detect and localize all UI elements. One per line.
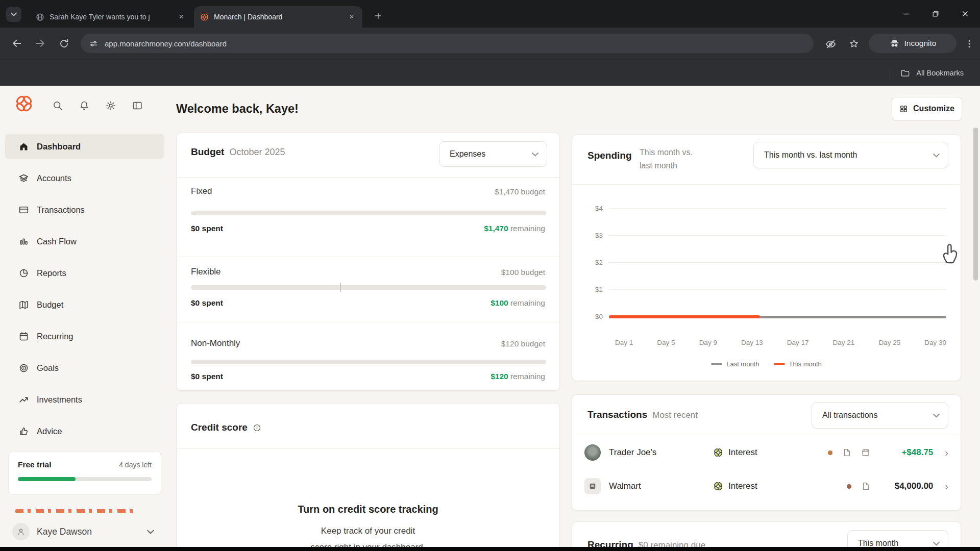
sidebar-item-accounts[interactable]: Accounts [5,165,164,191]
recurring-header: Recurring$0 remaining due [587,539,705,547]
customize-label: Customize [913,104,954,113]
sidebar-item-investments[interactable]: Investments [5,387,164,412]
avatar [12,523,30,540]
credit-cta-line2: score right in your dashboard. [177,542,559,547]
budget-remaining-value: $120 [491,372,508,381]
incognito-label: Incognito [904,39,937,48]
series-line-this-month[interactable] [609,315,760,318]
browser-menu-button[interactable] [963,37,976,51]
free-trial-progress-track [18,477,152,481]
browser-tab-inactive[interactable]: Sarah Kaye Tyler wants you to j ✕ [30,6,192,28]
password-eye-button[interactable] [824,37,837,51]
sidebar-item-label: Cash Flow [37,237,77,246]
spending-title: Spending [587,150,632,161]
free-trial-card[interactable]: Free trial 4 days left [8,451,161,495]
customize-button[interactable]: Customize [892,97,962,120]
x-axis-tick: Day 25 [878,339,900,346]
gridline-row: $3 [586,222,946,249]
budget-filter-dropdown[interactable]: Expenses [439,141,547,167]
user-menu[interactable]: Kaye Dawson [0,516,169,547]
bookmark-star-button[interactable] [847,37,861,51]
url-text[interactable]: app.monarchmoney.com/dashboard [105,39,227,48]
transactions-card: TransactionsMost recent All transactions… [572,394,961,511]
sidebar-item-goals[interactable]: Goals [5,355,164,381]
legend-swatch [711,363,722,365]
tab-close-icon[interactable]: ✕ [347,12,356,21]
gridline-row: $1 [586,276,946,303]
divider [177,322,559,322]
calendar-icon[interactable] [861,448,870,457]
account-dot [828,450,832,455]
sidebar-item-reports[interactable]: Reports [5,260,164,286]
budget-progress-bar [191,285,546,290]
note-file-icon[interactable] [861,482,870,491]
all-bookmarks-label: All Bookmarks [916,69,964,77]
pie-chart-icon [18,268,29,279]
window-minimize-button[interactable] [891,0,921,28]
budget-remaining-word: remaining [508,372,545,381]
transaction-row[interactable]: Trader Joe's Interest [572,436,961,469]
kebab-menu-icon [964,39,974,49]
sidebar-item-dashboard[interactable]: Dashboard [5,134,164,159]
all-bookmarks-button[interactable]: All Bookmarks [890,60,964,86]
budget-group-amount: $1,470 budget [495,187,545,196]
y-axis-tick: $2 [586,259,609,266]
collapse-sidebar-button[interactable] [131,99,144,112]
tab-search-button[interactable] [6,7,21,22]
transaction-meta: +$48.75 › [810,447,948,458]
sidebar-item-label: Recurring [37,332,74,341]
sidebar-item-recurring[interactable]: Recurring [5,323,164,349]
info-icon[interactable] [253,423,261,432]
legend-swatch [774,363,785,365]
recurring-filter-dropdown[interactable]: This month [847,530,948,547]
window-close-button[interactable] [950,0,980,28]
budget-progress-tick [340,283,341,292]
zero-row: $0 [586,303,946,330]
globe-icon [36,13,44,21]
search-button[interactable] [51,99,64,112]
site-settings-icon[interactable] [89,39,99,48]
settings-button[interactable] [104,99,117,112]
budget-group-name[interactable]: Flexible [191,267,221,277]
credit-cta-line1: Keep track of your credit [177,526,559,536]
reload-button[interactable] [56,36,71,51]
transaction-amount: $4,000.00 [880,481,933,491]
url-bar[interactable]: app.monarchmoney.com/dashboard [81,34,814,53]
recurring-subtitle: $0 remaining due [639,540,705,547]
budget-group-name[interactable]: Fixed [191,186,212,196]
new-tab-button[interactable] [371,8,386,23]
category-tag[interactable]: Interest [713,447,810,458]
back-button[interactable] [9,36,24,51]
budget-remaining-word: remaining [508,298,545,307]
sidebar-item-transactions[interactable]: Transactions [5,197,164,222]
chevron-right-icon[interactable]: › [945,447,948,458]
folder-icon [900,68,910,78]
chevron-right-icon[interactable]: › [945,481,948,491]
spending-subtitle-line2: last month [640,159,693,172]
transaction-row[interactable]: Walmart Interest [572,469,961,503]
sidebar-item-advice[interactable]: Advice [5,418,164,444]
scrollbar-thumb[interactable] [973,128,978,281]
free-trial-title: Free trial [18,460,51,469]
x-axis-tick: Day 13 [741,339,763,346]
sidebar-item-label: Budget [37,300,63,310]
sidebar-item-cash-flow[interactable]: Cash Flow [5,229,164,254]
sidebar-item-label: Transactions [37,205,85,215]
transactions-filter-dropdown[interactable]: All transactions [812,402,948,429]
account-dot [847,484,851,489]
sidebar-item-budget[interactable]: Budget [5,292,164,317]
forward-button[interactable] [33,36,48,51]
note-file-icon[interactable] [842,448,851,457]
tab-close-icon[interactable]: ✕ [177,12,186,21]
window-restore-button[interactable] [921,0,950,28]
category-label: Interest [728,481,757,491]
notifications-button[interactable] [78,99,91,112]
x-axis-tick: Day 17 [787,339,809,346]
budget-group-name[interactable]: Non-Monthly [191,338,240,348]
category-tag[interactable]: Interest [713,481,810,491]
chevron-down-icon [147,530,154,534]
merchant-name: Walmart [609,481,713,491]
browser-tab-active[interactable]: Monarch | Dashboard ✕ [194,6,362,28]
spending-filter-dropdown[interactable]: This month vs. last month [753,142,948,168]
monarch-logo[interactable] [13,94,35,113]
